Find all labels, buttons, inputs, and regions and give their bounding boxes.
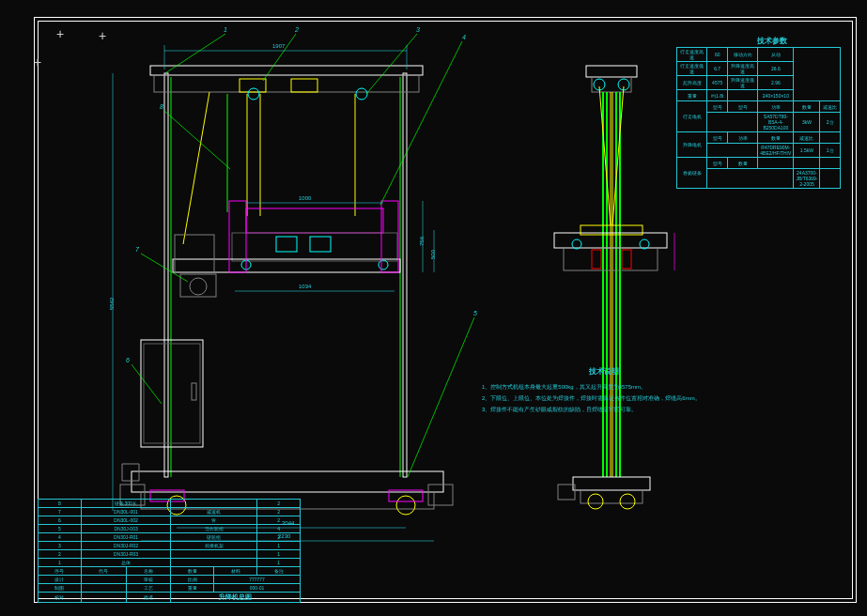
balloon-2: 2	[295, 26, 299, 33]
tech-params-title: 技术参数	[757, 36, 787, 46]
balloon-8: 8	[160, 103, 163, 110]
dim-inner-span: 1000	[299, 195, 311, 201]
svg-rect-76	[573, 477, 650, 490]
dim-height-left: 5562	[109, 298, 115, 310]
svg-point-79	[620, 494, 635, 509]
svg-rect-80	[558, 485, 575, 500]
notes-title: 技术说明	[482, 366, 726, 377]
technical-notes: 技术说明 1、控制方式机组本身最大起重500kg，其又起升高度为4575mm。 …	[482, 366, 726, 415]
balloon-1: 1	[224, 26, 227, 33]
balloon-3: 3	[416, 26, 420, 33]
balloon-7: 7	[135, 246, 139, 253]
tech-params-table: 行走速度高速60移动方向从动 行走速度低速6.7升降速度高速26.6 起升高度4…	[676, 47, 841, 189]
svg-line-67	[612, 86, 624, 225]
svg-point-78	[588, 494, 603, 509]
svg-rect-56	[586, 66, 637, 77]
dim-mid-width: 1034	[299, 284, 311, 289]
note-2: 2、下限位、上限位、本位处为焊接件，焊接时需保证各件位置相对准确，焊缝高6mm。	[482, 393, 726, 404]
balloon-4: 4	[462, 34, 466, 40]
svg-rect-70	[592, 250, 601, 269]
balloon-5: 5	[473, 310, 477, 316]
dim-inner-height: 756	[419, 237, 425, 246]
dim-top-span: 1907	[272, 43, 285, 49]
svg-line-66	[599, 86, 611, 225]
dim-inner-height2: 500	[430, 250, 436, 259]
note-1: 1、控制方式机组本身最大起重500kg，其又起升高度为4575mm。	[482, 381, 726, 393]
note-3: 3、焊接件不能有产生砂眼或裂纹的缺陷，且焊缝应牢固可靠。	[482, 404, 726, 415]
title-block: 8链条300长2 7DN30L-001减速机2 6DN30L-002管2 5DN…	[38, 499, 301, 603]
svg-rect-71	[622, 250, 631, 269]
balloon-6: 6	[126, 357, 130, 363]
